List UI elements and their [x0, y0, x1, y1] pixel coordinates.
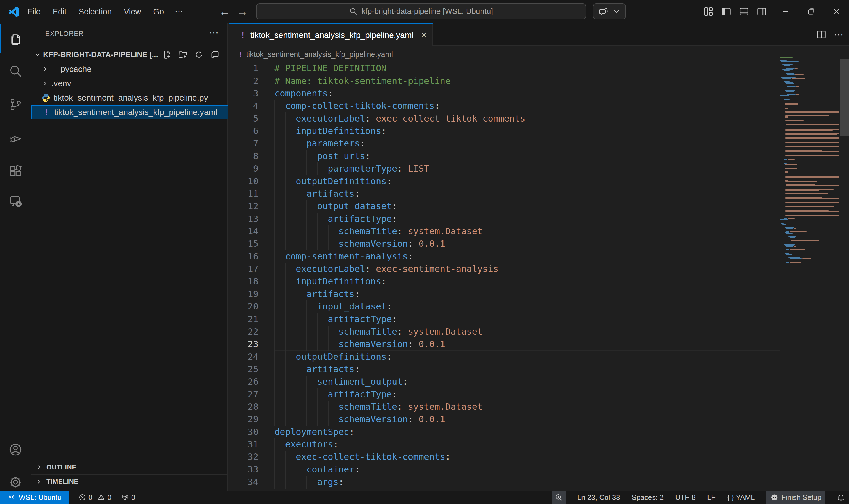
chevron-right-icon — [35, 478, 42, 485]
window-minimize-button[interactable] — [773, 0, 798, 23]
tab-close-icon[interactable]: × — [421, 30, 427, 40]
vscode-logo-icon — [9, 7, 19, 17]
line-number: 1 — [229, 62, 258, 75]
notifications-bell-icon[interactable] — [837, 493, 845, 502]
nav-forward-icon[interactable]: → — [236, 5, 249, 18]
explorer-item-.venv[interactable]: .venv — [31, 76, 228, 91]
files-icon — [8, 32, 23, 46]
nav-back-icon[interactable]: ← — [218, 5, 231, 18]
line-number: 13 — [229, 213, 258, 225]
activity-explorer[interactable] — [0, 24, 31, 54]
explorer-item-tiktok_sentiment_analysis_kfp_pipeline.yaml[interactable]: !tiktok_sentiment_analysis_kfp_pipeline.… — [31, 105, 228, 119]
menu-edit[interactable]: Edit — [47, 4, 73, 19]
split-editor-icon[interactable] — [816, 30, 826, 39]
line-number: 21 — [229, 313, 258, 325]
new-folder-icon[interactable] — [177, 49, 188, 60]
encoding[interactable]: UTF-8 — [675, 493, 696, 502]
activity-run-debug[interactable] — [0, 123, 31, 154]
file-label: tiktok_sentiment_analysis_kfp_pipeline.y… — [54, 107, 217, 117]
code-line: deploymentSpec: — [274, 426, 355, 438]
activity-search[interactable] — [0, 56, 31, 86]
text-cursor — [446, 338, 446, 350]
code-line: parameters: — [274, 137, 365, 150]
file-error-icon: ! — [45, 107, 48, 118]
window-restore-button[interactable] — [798, 0, 824, 23]
code-line: # Name: tiktok-sentiment-pipeline — [274, 75, 450, 87]
screencast-zoom-button[interactable] — [552, 491, 566, 504]
menu-selection[interactable]: Selection — [73, 4, 118, 19]
menu-go[interactable]: Go — [147, 4, 170, 19]
refresh-icon[interactable] — [194, 49, 204, 60]
menu-view[interactable]: View — [118, 4, 147, 19]
line-number: 8 — [229, 150, 258, 162]
indentation[interactable]: Spaces: 2 — [632, 493, 664, 502]
line-number: 26 — [229, 376, 258, 388]
ports-indicator[interactable]: 0 — [121, 493, 135, 502]
customize-layout-icon[interactable] — [703, 6, 714, 17]
copilot-button[interactable] — [593, 3, 626, 19]
error-count-icon — [78, 493, 86, 501]
line-number: 10 — [229, 175, 258, 187]
line-number: 30 — [229, 426, 258, 438]
toggle-panel-icon[interactable] — [739, 6, 749, 17]
activity-extensions[interactable] — [0, 156, 31, 186]
line-number: 3 — [229, 87, 258, 100]
code-line: args: — [274, 476, 344, 488]
menu-file[interactable]: File — [21, 4, 47, 19]
activity-account[interactable] — [0, 434, 31, 465]
editor-more-actions[interactable]: ⋯ — [834, 29, 844, 40]
tab-bar: ! tiktok_sentiment_analysis_kfp_pipeline… — [229, 23, 849, 46]
remote-explorer-icon — [8, 194, 23, 209]
window-close-button[interactable] — [824, 0, 849, 23]
breadcrumb[interactable]: ! tiktok_sentiment_analysis_kfp_pipeline… — [229, 47, 849, 62]
line-number: 23 — [229, 338, 258, 350]
code-line: inputDefinitions: — [274, 275, 387, 288]
tab-yaml-file[interactable]: ! tiktok_sentiment_analysis_kfp_pipeline… — [229, 23, 433, 46]
code-line: artifacts: — [274, 187, 360, 200]
breadcrumb-file: tiktok_sentiment_analysis_kfp_pipeline.y… — [246, 50, 393, 59]
code-line: artifactType: — [274, 213, 397, 225]
status-bar: WSL: Ubuntu 0 0 0 Ln 23, Col 33 Spaces: … — [0, 491, 849, 504]
eol-sequence[interactable]: LF — [707, 493, 716, 502]
braces-icon: { } — [727, 493, 734, 502]
radio-tower-icon — [121, 493, 129, 501]
line-number: 33 — [229, 463, 258, 476]
toggle-primary-sidebar-icon[interactable] — [721, 6, 731, 17]
ports-count: 0 — [131, 493, 135, 502]
activity-remote-explorer[interactable] — [0, 186, 31, 217]
search-icon — [349, 7, 358, 16]
language-mode[interactable]: { } YAML — [727, 493, 755, 502]
line-number: 22 — [229, 325, 258, 338]
code-line: executorLabel: exec-collect-tiktok-comme… — [274, 112, 525, 125]
line-number: 19 — [229, 288, 258, 300]
problems-indicator[interactable]: 0 0 — [78, 493, 111, 502]
explorer-more-actions[interactable]: ⋯ — [209, 27, 219, 38]
code-line: schemaTitle: system.Dataset — [274, 225, 483, 238]
explorer-root-folder[interactable]: KFP-BRIGHT-DATA-PIPELINE [... — [31, 48, 228, 62]
collapse-folders-icon[interactable] — [210, 49, 220, 60]
outline-section[interactable]: OUTLINE — [31, 460, 228, 474]
minimap[interactable] — [780, 62, 839, 491]
remote-icon — [7, 493, 16, 502]
chevron-right-icon — [41, 66, 49, 73]
command-center-search[interactable]: kfp-bright-data-pipeline [WSL: Ubuntu] — [256, 3, 586, 19]
line-number: 2 — [229, 75, 258, 87]
zoom-in-icon — [555, 493, 563, 502]
explorer-item-__pycache__[interactable]: __pycache__ — [31, 62, 228, 76]
new-file-icon[interactable] — [161, 49, 173, 60]
editor-scrollbar[interactable] — [839, 59, 849, 136]
finish-setup-button[interactable]: Finish Setup — [766, 491, 825, 504]
activity-source-control[interactable] — [0, 89, 31, 120]
code-line: inputDefinitions: — [274, 125, 387, 137]
code-line: # PIPELINE DEFINITION — [274, 62, 387, 75]
code-line: schemaVersion: 0.0.1 — [274, 413, 445, 426]
menu-more[interactable]: ⋯ — [170, 4, 188, 19]
code-line: output_dataset: — [274, 200, 397, 213]
toggle-secondary-sidebar-icon[interactable] — [756, 6, 767, 17]
line-number: 7 — [229, 137, 258, 150]
cursor-position[interactable]: Ln 23, Col 33 — [577, 493, 620, 502]
code-editor[interactable]: 1234567891011121314151617181920212223242… — [229, 62, 849, 491]
remote-indicator[interactable]: WSL: Ubuntu — [0, 491, 69, 504]
timeline-section[interactable]: TIMELINE — [31, 474, 228, 488]
explorer-item-tiktok_sentiment_analysis_kfp_pipeline.py[interactable]: tiktok_sentiment_analysis_kfp_pipeline.p… — [31, 91, 228, 105]
